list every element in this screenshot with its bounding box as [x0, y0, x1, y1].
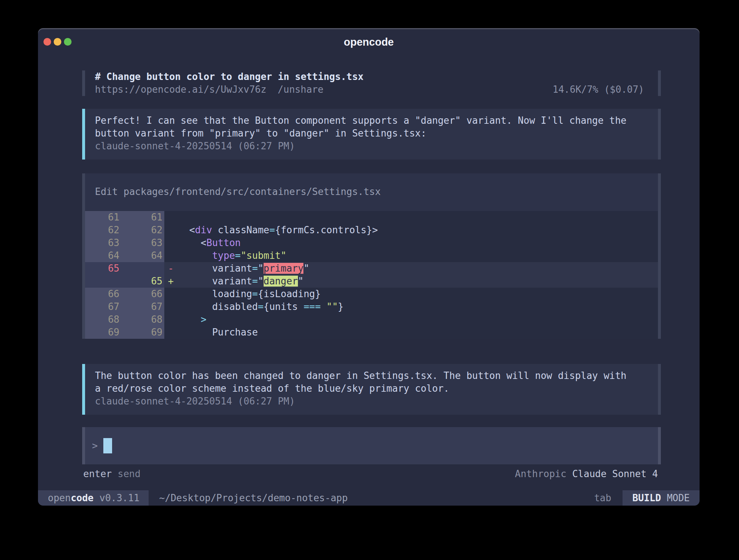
prompt-symbol: > [92, 440, 98, 451]
code-token: < [178, 237, 206, 248]
diff-marker [164, 288, 178, 300]
diff-row: 6666 loading={isLoading} [85, 288, 658, 300]
app-name-regular: open [48, 492, 71, 503]
message-model-timestamp: claude-sonnet-4-20250514 (06:27 PM) [95, 395, 644, 408]
share-url-link[interactable]: https://opencode.ai/s/UwJxv76z [95, 83, 267, 96]
titlebar: opencode [38, 28, 700, 55]
message-text-line: button variant from "primary" to "danger… [95, 127, 644, 140]
code-token: primary [264, 263, 304, 274]
session-subtitle-row: https://opencode.ai/s/UwJxv76z /unshare … [85, 83, 658, 96]
code-token: " [258, 263, 264, 274]
code-token: "" [326, 301, 338, 312]
code-token: loading [178, 288, 252, 299]
old-line-number: 61 [85, 211, 122, 224]
unshare-command[interactable]: /unshare [278, 83, 323, 96]
old-line-number: 66 [85, 288, 122, 300]
mode-suffix: MODE [667, 492, 690, 503]
diff-code-line: disabled={units === ""} [178, 300, 658, 313]
diff-code-line [178, 211, 658, 224]
code-token: variant [178, 276, 252, 287]
code-token: = [252, 288, 258, 299]
diff-marker [164, 326, 178, 339]
old-line-number: 67 [85, 300, 122, 313]
code-token: = [235, 250, 241, 261]
new-line-number: 69 [122, 326, 164, 339]
code-token: type [212, 250, 235, 261]
tab-keybind-label[interactable]: tab [594, 490, 611, 506]
status-bar: opencodev0.3.11 ~/Desktop/Projects/demo-… [38, 490, 700, 506]
edit-tool-call: Edit packages/frontend/src/containers/Se… [82, 173, 661, 339]
code-token: = [269, 225, 275, 235]
enter-keybind-label: enter [83, 467, 112, 480]
new-line-number: 65 [122, 275, 164, 288]
code-token: < [178, 225, 195, 235]
code-token: Button [206, 237, 241, 248]
message-text-line: The button color has been changed to dan… [95, 369, 644, 382]
code-token [321, 301, 326, 312]
session-title: # Change button color to danger in setti… [85, 70, 658, 83]
old-line-number: 62 [85, 224, 122, 237]
diff-marker [164, 249, 178, 262]
code-token: = [252, 276, 258, 287]
diff-code-line: Purchase [178, 326, 658, 339]
window-title: opencode [38, 36, 700, 48]
app-version-segment: opencodev0.3.11 [38, 490, 149, 506]
code-token: Purchase [178, 327, 258, 338]
diff-code-line: variant="primary" [178, 262, 658, 275]
diff-code-line: loading={isLoading} [178, 288, 658, 300]
mode-name: BUILD [632, 492, 661, 503]
new-line-number: 67 [122, 300, 164, 313]
code-token: className [212, 225, 269, 235]
diff-row: 6464 type="submit" [85, 249, 658, 262]
diff-marker: + [164, 275, 178, 288]
code-token: variant [178, 263, 252, 274]
provider-label: Anthropic [515, 467, 566, 480]
diff-marker [164, 313, 178, 326]
diff-row: 6767 disabled={units === ""} [85, 300, 658, 313]
diff-marker [164, 211, 178, 224]
new-line-number: 64 [122, 249, 164, 262]
assistant-message-2: The button color has been changed to dan… [82, 364, 661, 415]
new-line-number: 68 [122, 313, 164, 326]
code-token: === [303, 301, 321, 312]
mode-segment[interactable]: BUILDMODE [623, 490, 700, 506]
context-usage-stats: 14.6K/7% ($0.07) [553, 83, 644, 96]
new-line-number: 66 [122, 288, 164, 300]
new-line-number [122, 262, 164, 275]
diff-row: 65- variant="primary" [85, 262, 658, 275]
diff-code-line: <Button [178, 237, 658, 249]
spacer [348, 490, 594, 506]
code-token: {isLoading} [258, 288, 321, 299]
edit-tool-title: Edit packages/frontend/src/containers/Se… [85, 173, 658, 211]
spacer [323, 83, 553, 96]
code-token [178, 314, 201, 325]
text-cursor [103, 438, 112, 453]
opencode-window: opencode # Change button color to danger… [38, 28, 700, 506]
message-text-line: a red/rose color scheme instead of the b… [95, 382, 644, 395]
send-action-label: send [118, 467, 141, 480]
diff-marker [164, 300, 178, 313]
old-line-number: 64 [85, 249, 122, 262]
app-version: v0.3.11 [99, 492, 139, 503]
diff-code-line: <div className={formCs.controls}> [178, 224, 658, 237]
prompt-input[interactable]: > [82, 427, 661, 464]
diff-view: 61616262 <div className={formCs.controls… [85, 211, 658, 339]
session-header: # Change button color to danger in setti… [82, 70, 661, 96]
diff-row: 6161 [85, 211, 658, 224]
diff-row: 65+ variant="danger" [85, 275, 658, 288]
diff-row: 6262 <div className={formCs.controls}> [85, 224, 658, 237]
code-token: = [252, 263, 258, 274]
message-text-line: Perfect! I can see that the Button compo… [95, 114, 644, 127]
code-token: } [338, 301, 344, 312]
code-token: div [195, 225, 212, 235]
hints-row: enter send Anthropic Claude Sonnet 4 [82, 467, 661, 480]
code-token: {units [264, 301, 304, 312]
code-token: {formCs.controls}> [275, 225, 378, 235]
diff-marker: - [164, 262, 178, 275]
code-token [178, 250, 212, 261]
code-token: = [258, 301, 264, 312]
old-line-number: 69 [85, 326, 122, 339]
code-token: "submit" [241, 250, 286, 261]
old-line-number: 68 [85, 313, 122, 326]
old-line-number [85, 275, 122, 288]
